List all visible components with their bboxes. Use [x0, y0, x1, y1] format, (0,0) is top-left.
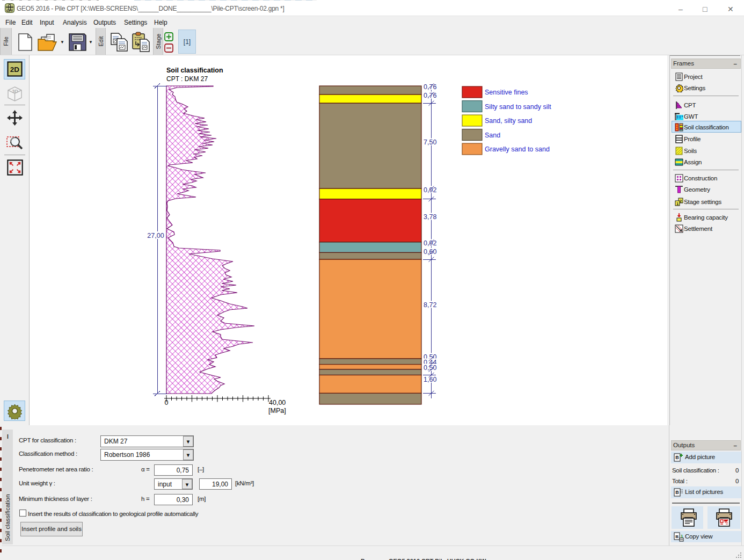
svg-text:3,78: 3,78 [424, 213, 436, 221]
svg-text:1: 1 [676, 201, 679, 206]
svg-text:Silty sand to sandy silt: Silty sand to sandy silt [485, 103, 551, 111]
svg-text:Sand: Sand [485, 132, 500, 139]
svg-text:1,60: 1,60 [424, 376, 436, 383]
svg-text:[MPa]: [MPa] [268, 407, 286, 414]
svg-text:Sensitive fines: Sensitive fines [485, 89, 528, 96]
svg-text:0,60: 0,60 [424, 248, 436, 256]
svg-text:2D: 2D [10, 66, 20, 74]
svg-text:2: 2 [680, 199, 682, 203]
svg-text:Soil classification: Soil classification [166, 67, 223, 74]
svg-text:B: B [675, 490, 679, 495]
svg-text:27,00: 27,00 [147, 232, 164, 239]
svg-text:CPT : DKM 27: CPT : DKM 27 [166, 75, 208, 83]
svg-text:B: B [675, 455, 679, 460]
svg-text:Gravelly sand to sand: Gravelly sand to sand [485, 146, 550, 153]
svg-text:8,72: 8,72 [424, 301, 436, 309]
svg-text:Sand, silty sand: Sand, silty sand [485, 117, 532, 125]
svg-text:7,50: 7,50 [424, 139, 436, 146]
svg-text:3D: 3D [12, 89, 18, 94]
svg-text:0: 0 [165, 399, 169, 406]
svg-text:B: B [675, 534, 679, 539]
svg-text:CPT: CPT [6, 9, 13, 12]
svg-text:40,00: 40,00 [269, 399, 286, 406]
svg-text:0,76: 0,76 [424, 92, 436, 99]
